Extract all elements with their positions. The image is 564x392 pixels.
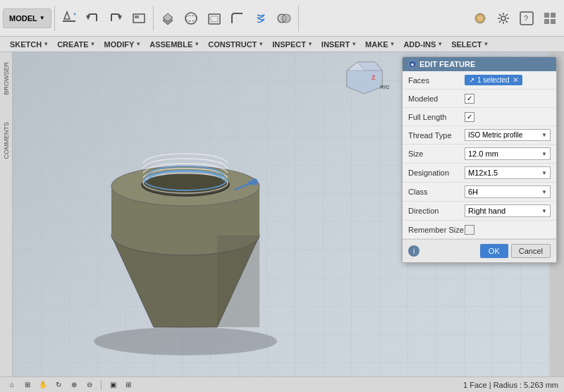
undo-button[interactable] bbox=[81, 3, 104, 34]
thread-button[interactable] bbox=[250, 3, 272, 34]
extrude-button[interactable] bbox=[157, 3, 179, 34]
pan-button[interactable]: ✋ bbox=[37, 379, 49, 391]
bottom-tools: ⌂ ⊞ ✋ ↻ ⊕ ⊖ ▣ ⊞ bbox=[6, 379, 135, 391]
svg-point-11 bbox=[185, 13, 197, 24]
direction-arrow: ▼ bbox=[541, 208, 547, 214]
size-label: Size bbox=[408, 149, 465, 158]
construct-menu[interactable]: CONSTRUCT ▼ bbox=[204, 36, 268, 53]
toolbar-divider-2 bbox=[153, 6, 154, 31]
model-label: MODEL bbox=[9, 14, 37, 23]
ok-button[interactable]: OK bbox=[480, 244, 508, 258]
faces-selected-badge: ↗ 1 selected ✕ bbox=[465, 75, 522, 85]
remember-size-control[interactable] bbox=[465, 225, 551, 235]
svg-marker-41 bbox=[217, 235, 259, 327]
remember-size-checkbox[interactable] bbox=[465, 225, 474, 235]
class-control[interactable]: 6H ▼ bbox=[465, 185, 551, 198]
sketch-menu-label: SKETCH bbox=[10, 40, 42, 49]
orbit-button[interactable]: ↻ bbox=[52, 379, 65, 391]
inspect-menu[interactable]: INSPECT ▼ bbox=[268, 36, 317, 53]
class-label: Class bbox=[408, 188, 465, 196]
zoom-out-button[interactable]: ⊖ bbox=[83, 379, 96, 391]
class-dropdown[interactable]: 6H ▼ bbox=[465, 185, 551, 198]
modify-menu[interactable]: MODIFY ▼ bbox=[100, 36, 146, 53]
addins-menu[interactable]: ADD-INS ▼ bbox=[399, 36, 447, 53]
view-button[interactable] bbox=[128, 3, 150, 34]
browser-tab[interactable]: BROWSER bbox=[3, 59, 10, 98]
fillet-button[interactable] bbox=[226, 3, 249, 34]
help-icon: ? bbox=[519, 11, 534, 26]
class-row: Class 6H ▼ bbox=[403, 183, 556, 202]
cancel-button[interactable]: Cancel bbox=[511, 244, 551, 258]
home-view-button[interactable]: ⌂ bbox=[6, 379, 18, 391]
insert-menu[interactable]: INSERT ▼ bbox=[317, 36, 361, 53]
display-mode-button[interactable]: ▣ bbox=[106, 379, 119, 391]
combine-button[interactable] bbox=[273, 3, 295, 34]
svg-point-40 bbox=[251, 178, 258, 185]
assemble-menu[interactable]: ASSEMBLE ▼ bbox=[145, 36, 204, 53]
right-tools-group: ? bbox=[469, 3, 561, 34]
select-menu[interactable]: SELECT ▼ bbox=[447, 36, 493, 53]
model-mode-button[interactable]: MODEL ▼ bbox=[3, 8, 51, 28]
top-toolbar: MODEL ▼ bbox=[0, 0, 564, 37]
thread-type-row: Thread Type ISO Metric profile ▼ bbox=[403, 126, 556, 145]
sketch-tools-group bbox=[58, 3, 150, 34]
thread-type-control[interactable]: ISO Metric profile ▼ bbox=[465, 129, 551, 141]
revolve-icon bbox=[183, 11, 199, 26]
select-icon: ↗ bbox=[469, 76, 474, 84]
new-sketch-button[interactable] bbox=[58, 3, 80, 34]
shell-button[interactable] bbox=[203, 3, 226, 34]
sketch-menu[interactable]: SKETCH ▼ bbox=[6, 36, 53, 53]
render-icon bbox=[472, 11, 488, 26]
grid-toggle-button[interactable]: ⊞ bbox=[122, 379, 135, 391]
faces-selected-value: 1 selected bbox=[477, 76, 510, 84]
redo-button[interactable] bbox=[104, 3, 127, 34]
create-menu[interactable]: CREATE ▼ bbox=[53, 36, 99, 53]
svg-text:?: ? bbox=[524, 14, 528, 23]
gear-icon bbox=[496, 11, 511, 26]
modeled-control[interactable]: ✓ bbox=[465, 94, 551, 104]
designation-control[interactable]: M12x1.5 ▼ bbox=[465, 166, 551, 179]
faces-control[interactable]: ↗ 1 selected ✕ bbox=[465, 75, 551, 85]
create-menu-label: CREATE bbox=[57, 40, 88, 49]
redo-icon bbox=[108, 11, 123, 26]
create-menu-arrow: ▼ bbox=[90, 41, 96, 47]
revolve-button[interactable] bbox=[180, 3, 202, 34]
svg-marker-1 bbox=[64, 12, 70, 19]
inspect-menu-label: INSPECT bbox=[272, 40, 306, 49]
direction-control[interactable]: Right hand ▼ bbox=[465, 204, 551, 217]
settings-button[interactable] bbox=[492, 3, 515, 34]
construct-menu-label: CONSTRUCT bbox=[208, 40, 257, 49]
insert-menu-arrow: ▼ bbox=[351, 41, 357, 47]
direction-dropdown[interactable]: Right hand ▼ bbox=[465, 204, 551, 217]
designation-dropdown[interactable]: M12x1.5 ▼ bbox=[465, 166, 551, 179]
full-length-checkbox[interactable]: ✓ bbox=[465, 112, 474, 122]
inspect-menu-arrow: ▼ bbox=[307, 41, 313, 47]
menu-bar: SKETCH ▼ CREATE ▼ MODIFY ▼ ASSEMBLE ▼ CO… bbox=[0, 37, 564, 52]
thread-type-value: ISO Metric profile bbox=[468, 131, 522, 139]
zoom-fit-button[interactable]: ⊞ bbox=[21, 379, 34, 391]
comments-tab[interactable]: COMMENTS bbox=[3, 119, 10, 162]
create-tools-group bbox=[157, 3, 295, 34]
faces-clear-button[interactable]: ✕ bbox=[513, 76, 518, 84]
designation-arrow: ▼ bbox=[541, 170, 547, 176]
footer-info-button[interactable]: i bbox=[408, 245, 419, 257]
svg-text:Z: Z bbox=[372, 74, 376, 81]
svg-line-2 bbox=[74, 13, 75, 15]
edit-panel-title: EDIT FEATURE bbox=[419, 60, 475, 68]
svg-point-18 bbox=[477, 16, 483, 21]
thread-type-dropdown[interactable]: ISO Metric profile ▼ bbox=[465, 129, 551, 141]
grid-button[interactable] bbox=[539, 3, 561, 34]
addins-menu-label: ADD-INS bbox=[403, 40, 436, 49]
addins-menu-arrow: ▼ bbox=[437, 41, 443, 47]
render-button[interactable] bbox=[469, 3, 491, 34]
make-menu-arrow: ▼ bbox=[390, 41, 396, 47]
make-menu[interactable]: MAKE ▼ bbox=[361, 36, 399, 53]
help-button[interactable]: ? bbox=[515, 3, 538, 34]
size-control[interactable]: 12.0 mm ▼ bbox=[465, 147, 551, 160]
modeled-label: Modeled bbox=[408, 94, 465, 103]
zoom-in-button[interactable]: ⊕ bbox=[68, 379, 80, 391]
full-length-control[interactable]: ✓ bbox=[465, 112, 551, 122]
size-dropdown[interactable]: 12.0 mm ▼ bbox=[465, 147, 551, 160]
direction-row: Direction Right hand ▼ bbox=[403, 202, 556, 221]
modeled-checkbox[interactable]: ✓ bbox=[465, 94, 474, 104]
